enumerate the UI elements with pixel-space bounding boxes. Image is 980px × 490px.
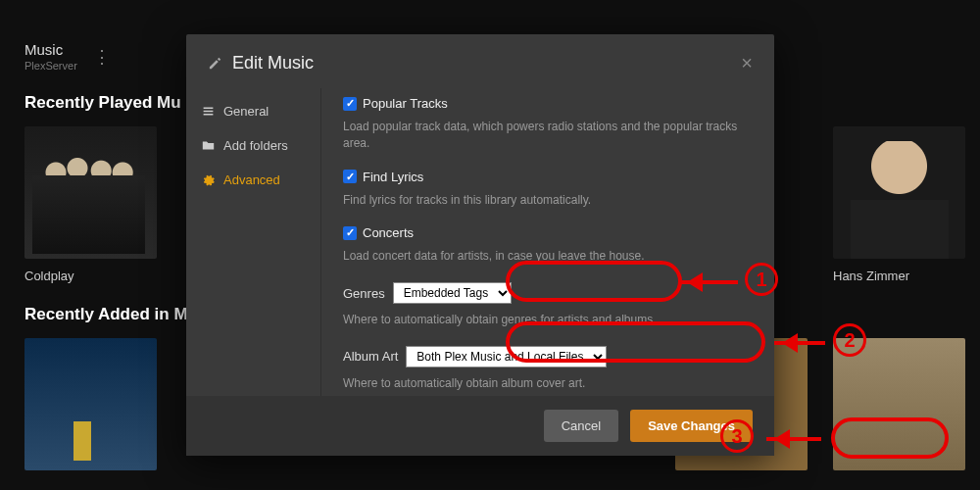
select-label-albumart: Album Art — [343, 349, 398, 364]
sidebar-item-general[interactable]: General — [186, 94, 320, 128]
album-tile[interactable] — [24, 338, 157, 470]
pencil-icon — [208, 56, 222, 71]
gear-icon — [202, 173, 216, 186]
sidebar-label: Advanced — [223, 172, 280, 187]
album-art — [833, 338, 965, 470]
checkbox-label: Find Lyrics — [363, 170, 423, 184]
option-desc: Load concert data for artists, in case y… — [343, 248, 753, 265]
checkbox-popular-tracks[interactable] — [343, 97, 357, 111]
option-desc: Where to automatically obtain genres for… — [343, 312, 753, 328]
select-albumart[interactable]: Both Plex Music and Local Files — [406, 346, 607, 368]
cancel-button[interactable]: Cancel — [544, 410, 618, 442]
more-icon[interactable] — [89, 46, 114, 68]
checkbox-label: Popular Tracks — [363, 96, 448, 111]
select-label-genres: Genres — [343, 286, 385, 301]
artist-art — [833, 126, 965, 259]
album-tile[interactable] — [833, 338, 965, 470]
list-icon — [202, 105, 216, 118]
sidebar-item-folders[interactable]: Add folders — [186, 128, 320, 163]
modal-footer: Cancel Save Changes — [186, 396, 774, 456]
checkbox-find-lyrics[interactable] — [343, 170, 357, 183]
folder-icon — [202, 139, 216, 152]
save-button[interactable]: Save Changes — [630, 410, 753, 442]
sidebar-label: General — [223, 104, 269, 119]
modal-header: Edit Music — [186, 34, 774, 88]
tile-label: Coldplay — [24, 269, 157, 283]
close-icon[interactable] — [741, 52, 753, 74]
sidebar-label: Add folders — [223, 138, 288, 153]
modal-sidebar: General Add folders Advanced — [186, 88, 321, 396]
library-title: Music — [24, 41, 77, 58]
select-genres[interactable]: Embedded Tags — [393, 282, 512, 304]
album-art — [24, 338, 157, 470]
option-desc: Where to automatically obtain album cove… — [343, 375, 753, 392]
checkbox-label: Concerts — [363, 225, 414, 240]
modal-pane: Popular Tracks Load popular track data, … — [321, 88, 774, 396]
tile-hans-zimmer[interactable]: Hans Zimmer — [833, 126, 965, 283]
modal-title: Edit Music — [232, 53, 314, 74]
checkbox-concerts[interactable] — [343, 226, 357, 240]
library-subtitle: PlexServer — [24, 60, 77, 72]
sidebar-item-advanced[interactable]: Advanced — [186, 163, 320, 197]
tile-coldplay[interactable]: Coldplay — [24, 126, 157, 283]
edit-modal: Edit Music General Add folders Advanced … — [186, 34, 774, 456]
option-desc: Find lyrics for tracks in this library a… — [343, 192, 753, 209]
artist-art — [24, 126, 157, 259]
option-desc: Load popular track data, which powers ra… — [343, 119, 753, 152]
tile-label: Hans Zimmer — [833, 269, 965, 283]
